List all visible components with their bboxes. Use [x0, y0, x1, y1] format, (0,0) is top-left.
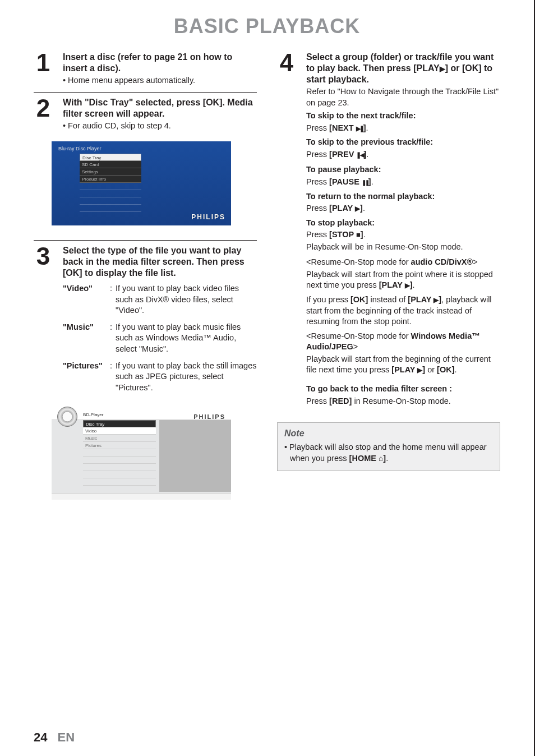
- return-group: To return to the normal playback: Press …: [306, 191, 500, 214]
- menu-item-empty: [83, 449, 156, 457]
- preview-pane: [159, 420, 231, 492]
- ok-instead-group: If you press [OK] instead of [PLAY ], pl…: [306, 294, 500, 328]
- press-text: Press: [306, 230, 329, 239]
- bracket: ]: [361, 230, 363, 239]
- play-icon: [355, 204, 360, 213]
- def-music: "Music" : If you want to play back music…: [63, 322, 257, 355]
- note-bullet: Playback will also stop and the home men…: [284, 442, 493, 464]
- back-heading: To go back to the media filter screen :: [306, 384, 452, 393]
- gt: >: [353, 342, 358, 351]
- page: BASIC PLAYBACK 1 Insert a disc (refer to…: [0, 0, 535, 756]
- menu-item-product-info: Product Info: [80, 176, 141, 183]
- brand-logo: PHILIPS: [191, 213, 225, 221]
- t: instead of: [368, 295, 408, 304]
- gt: >: [473, 257, 477, 266]
- resume-cd-group: <Resume-On-Stop mode for audio CD/DivX®>…: [306, 257, 500, 291]
- def-desc: If you want to play back video files suc…: [116, 283, 257, 316]
- step-1: 1 Insert a disc (refer to page 21 on how…: [34, 52, 257, 93]
- menu-breadcrumb: Disc Tray: [83, 420, 156, 427]
- button-name: [STOP: [329, 230, 356, 239]
- titlebar: BD-Player PHILIPS: [52, 410, 231, 420]
- menu-item-empty: [83, 478, 156, 486]
- pause-icon: [362, 177, 368, 186]
- step-heading: Insert a disc (refer to page 21 on how t…: [63, 52, 257, 74]
- t: in Resume-On-Stop mode.: [352, 397, 451, 405]
- step-body: Select a group (folder) or track/file yo…: [306, 52, 500, 410]
- stop-group: To stop playback: Press [STOP ]. Playbac…: [306, 218, 500, 253]
- press-text: Press: [306, 123, 329, 132]
- note-box: Note Playback will also stop and the hom…: [277, 422, 500, 471]
- ok-button: [OK]: [437, 365, 454, 374]
- step-4: 4 Select a group (folder) or track/file …: [277, 52, 500, 416]
- bracket: ]: [410, 280, 413, 289]
- menu-item-empty: [83, 464, 156, 471]
- menu-item-music: Music: [83, 435, 156, 442]
- menu-item-empty: [80, 197, 141, 205]
- menu-item-video: Video: [83, 427, 156, 435]
- bottom-bar: [52, 493, 231, 500]
- button-name: [NEXT: [329, 123, 356, 132]
- def-desc: If you want to play back music files suc…: [116, 322, 257, 355]
- def-term: "Pictures": [63, 361, 110, 394]
- lt: <Resume-On-Stop mode for: [306, 257, 411, 266]
- colon: :: [110, 361, 116, 394]
- menu-item-empty: [83, 471, 156, 478]
- lt: <Resume-On-Stop mode for: [306, 331, 411, 340]
- colon: :: [110, 283, 116, 316]
- ok-button: [OK]: [350, 295, 368, 304]
- note-text: Playback will also stop and the home men…: [289, 442, 486, 463]
- page-footer: 24 EN: [34, 730, 75, 745]
- brand-logo: PHILIPS: [193, 413, 225, 415]
- pause-group: To pause playback: Press [PAUSE ].: [306, 164, 500, 187]
- play-icon: [440, 63, 445, 73]
- red-button: [RED]: [329, 397, 352, 405]
- play-icon: [417, 365, 422, 374]
- step-number: 4: [277, 52, 296, 410]
- skip-next-group: To skip to the next track/file: Press [N…: [306, 110, 500, 133]
- button-name: [PLAY: [379, 280, 405, 289]
- step-body: Insert a disc (refer to page 21 on how t…: [63, 52, 257, 86]
- back-group: To go back to the media filter screen : …: [306, 384, 500, 407]
- menu-item-empty: [80, 205, 141, 212]
- button-name: [HOME: [349, 454, 379, 463]
- menu-item-settings: Settings: [80, 168, 141, 176]
- menu-item-sd-card: SD Card: [80, 161, 141, 168]
- button-name: [PREV: [329, 150, 356, 159]
- bracket: ]: [360, 204, 363, 213]
- press-text: Press: [306, 397, 329, 405]
- screen-title: Blu-ray Disc Player: [52, 145, 231, 154]
- home-menu: Disc Tray SD Card Settings Product Info: [80, 154, 141, 212]
- pause-heading: To pause playback:: [306, 165, 381, 174]
- step-number: 1: [34, 52, 53, 86]
- menu-item-disc-tray: Disc Tray: [80, 154, 141, 161]
- button-name: [PAUSE: [329, 177, 362, 186]
- resume-wm-group: <Resume-On-Stop mode for Windows Media™ …: [306, 331, 500, 376]
- press-text: Press: [306, 177, 329, 186]
- step-body: With "Disc Tray" selected, press [OK]. M…: [63, 97, 257, 132]
- skip-prev-heading: To skip to the previous track/file:: [306, 137, 433, 146]
- step-2: 2 With "Disc Tray" selected, press [OK].…: [34, 97, 257, 137]
- page-title: BASIC PLAYBACK: [34, 15, 500, 38]
- stop-heading: To stop playback:: [306, 218, 375, 227]
- right-column: 4 Select a group (folder) or track/file …: [277, 52, 500, 500]
- language-code: EN: [57, 730, 75, 745]
- menu-item-pictures: Pictures: [83, 442, 156, 449]
- step-heading: Select a group (folder) or track/file yo…: [306, 52, 500, 85]
- colon: :: [110, 322, 116, 355]
- t: If you press: [306, 295, 350, 304]
- prev-icon: [356, 150, 363, 159]
- skip-next-heading: To skip to the next track/file:: [306, 111, 416, 120]
- content-columns: 1 Insert a disc (refer to page 21 on how…: [34, 52, 500, 500]
- return-heading: To return to the normal playback:: [306, 192, 435, 201]
- play-icon: [433, 295, 439, 304]
- refer-text: Refer to "How to Navigate through the Tr…: [306, 86, 500, 108]
- page-number: 24: [34, 730, 47, 745]
- note-title: Note: [284, 428, 493, 439]
- def-video: "Video" : If you want to play back video…: [63, 283, 257, 316]
- menu-area: Disc Tray Video Music Pictures: [52, 420, 158, 492]
- left-column: 1 Insert a disc (refer to page 21 on how…: [34, 52, 257, 500]
- home-menu-screenshot: Blu-ray Disc Player Disc Tray SD Card Se…: [52, 141, 231, 225]
- step-bullet: Home menu appears automatically.: [63, 75, 257, 86]
- step-bullet: For audio CD, skip to step 4.: [63, 121, 257, 132]
- stop-icon: [356, 230, 361, 239]
